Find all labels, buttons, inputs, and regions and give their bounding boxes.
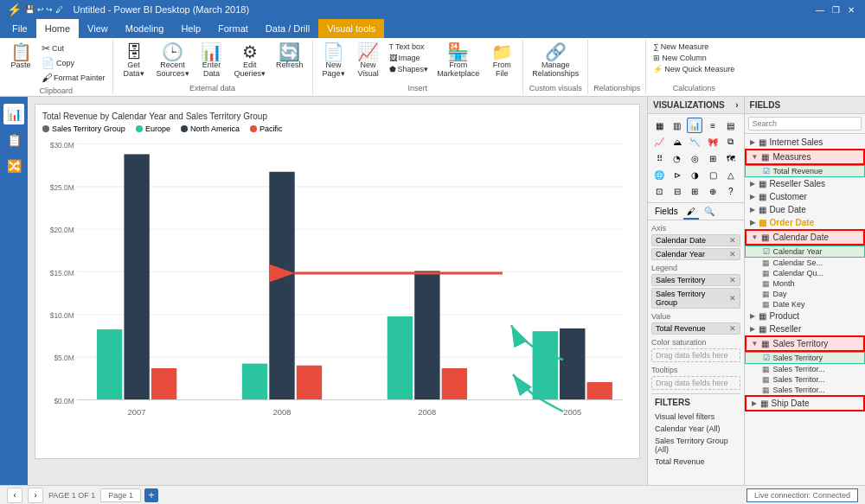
viz-clustered-bar[interactable]: ≡ [705,118,721,133]
field-group-measures-header[interactable]: ▼ ▦ Measures [745,149,865,165]
viz-100pct-stacked[interactable]: ▤ [723,118,739,133]
viz-legend-chip-group[interactable]: Sales Territory Group ✕ [651,288,740,309]
viz-legend-group-remove[interactable]: ✕ [729,294,736,303]
viz-pie[interactable]: ◔ [670,150,685,166]
viz-tab-analytics[interactable]: 🔍 [701,205,718,220]
new-measure-button[interactable]: ∑ New Measure [651,41,736,52]
field-group-order-date-header[interactable]: ▶ ▦ Order Date [745,216,865,229]
field-group-internet-sales-header[interactable]: ▶ ▦ Internet Sales [745,136,865,149]
field-item-calendar-se[interactable]: ▦ Calendar Se... [745,258,865,268]
viz-combo[interactable]: 📉 [687,134,702,150]
filter-sales-territory[interactable]: Sales Territory Group (All) [655,435,737,456]
sidebar-report-icon[interactable]: 📊 [3,104,24,124]
viz-tab-fields[interactable]: Fields [651,205,682,220]
maximize-button[interactable]: ❐ [829,3,843,16]
tab-file[interactable]: File [3,19,36,38]
viz-donut[interactable]: ◎ [687,150,702,166]
field-group-calendar-date-header[interactable]: ▼ ▦ Calendar Date [745,229,865,246]
field-group-reseller-header[interactable]: ▶ ▦ Reseller [745,322,865,335]
tab-modeling[interactable]: Modeling [117,19,173,38]
field-item-date-key[interactable]: ▦ Date Key [745,299,865,309]
page-nav-right[interactable]: › [28,488,43,503]
viz-matrix[interactable]: ⊞ [687,183,702,199]
new-visual-button[interactable]: 📈 NewVisual [353,41,384,80]
field-item-sales-territor-3[interactable]: ▦ Sales Territor... [745,385,865,395]
sidebar-data-icon[interactable]: 📋 [3,130,24,150]
tab-format[interactable]: Format [209,19,257,38]
edit-queries-button[interactable]: ⚙ EditQueries▾ [231,41,270,80]
filter-visual-level[interactable]: Visual level filters [655,411,737,423]
tab-view[interactable]: View [79,19,117,38]
viz-waterfall[interactable]: ⧉ [723,134,739,150]
viz-qna[interactable]: ? [723,183,739,199]
new-column-button[interactable]: ⊞ New Column [651,53,736,63]
viz-color-sat-drop[interactable]: Drag data fields here [651,348,740,362]
close-button[interactable]: ✕ [844,3,858,16]
viz-line[interactable]: 📈 [651,134,667,150]
add-page-button[interactable]: + [144,488,158,502]
viz-table[interactable]: ⊟ [670,183,685,199]
viz-stacked-col[interactable]: ▥ [670,118,685,133]
enter-data-button[interactable]: 📊 EnterData [196,41,227,80]
tab-data-drill[interactable]: Data / Drill [257,19,318,38]
field-item-sales-territor-2[interactable]: ▦ Sales Territor... [745,374,865,385]
field-item-sales-territor-1[interactable]: ▦ Sales Territor... [745,364,865,374]
viz-funnel[interactable]: ⊳ [670,167,685,182]
field-item-calendar-qu[interactable]: ▦ Calendar Qu... [745,268,865,278]
field-item-sales-territory-checked[interactable]: ☑ Sales Territory [745,352,865,364]
viz-clustered-col[interactable]: 📊 [687,118,702,133]
viz-filled-map[interactable]: 🌐 [651,167,667,182]
field-item-month[interactable]: ▦ Month [745,278,865,289]
viz-kpi[interactable]: △ [723,167,739,182]
viz-treemap[interactable]: ⊞ [705,150,721,166]
field-group-customer-header[interactable]: ▶ ▦ Customer [745,190,865,203]
viz-area[interactable]: ⛰ [670,134,685,150]
viz-ribbon[interactable]: 🎀 [705,134,721,150]
filter-calendar-year[interactable]: Calendar Year (All) [655,423,737,435]
from-file-button[interactable]: 📁 FromFile [486,41,517,80]
viz-value-chip-revenue[interactable]: Total Revenue ✕ [651,322,740,335]
viz-map[interactable]: 🗺 [723,150,739,166]
field-group-sales-territory-header[interactable]: ▼ ▦ Sales Territory [745,335,865,352]
page-nav-left[interactable]: ‹ [7,488,22,503]
viz-axis-chip-date[interactable]: Calendar Date ✕ [651,234,740,246]
text-box-button[interactable]: T Text box [388,41,431,52]
image-button[interactable]: 🖼 Image [388,53,431,63]
format-painter-button[interactable]: 🖌 Format Painter [40,71,107,85]
recent-sources-button[interactable]: 🕒 RecentSources▾ [153,41,193,80]
fields-search-input[interactable] [748,117,862,131]
viz-axis-year-remove[interactable]: ✕ [729,250,736,258]
tab-visual-tools[interactable]: Visual tools [318,19,384,38]
viz-scatter[interactable]: ⠿ [651,150,667,166]
viz-value-revenue-remove[interactable]: ✕ [729,324,736,333]
page-tab-1[interactable]: Page 1 [100,488,141,502]
viz-axis-chip-year[interactable]: Calendar Year ✕ [651,248,740,260]
viz-gauge[interactable]: ◑ [687,167,702,182]
field-group-reseller-sales-header[interactable]: ▶ ▦ Reseller Sales [745,177,865,190]
copy-button[interactable]: 📄 Copy [40,56,107,70]
cut-button[interactable]: ✂ Cut [40,41,107,55]
field-group-product-header[interactable]: ▶ ▦ Product [745,309,865,322]
shapes-button[interactable]: ⬟ Shapes▾ [388,64,431,74]
viz-card[interactable]: ▢ [705,167,721,182]
field-group-ship-date-header[interactable]: ▶ ▦ Ship Date [745,395,865,411]
field-group-due-date-header[interactable]: ▶ ▦ Due Date [745,203,865,216]
field-item-total-revenue[interactable]: ☑ Total Revenue [745,165,865,177]
new-page-button[interactable]: 📄 NewPage▾ [318,41,349,80]
viz-slicer[interactable]: ⊡ [651,183,667,199]
viz-rnail[interactable]: ⊕ [705,183,721,199]
viz-legend-territory-remove[interactable]: ✕ [729,276,736,284]
field-item-calendar-year[interactable]: ☑ Calendar Year [745,246,865,258]
chart-container[interactable]: Total Revenue by Calendar Year and Sales… [35,104,640,459]
viz-stacked-bar[interactable]: ▦ [651,118,667,133]
from-marketplace-button[interactable]: 🏪 FromMarketplace [433,41,483,80]
sidebar-model-icon[interactable]: 🔀 [3,156,24,176]
get-data-button[interactable]: 🗄 GetData▾ [119,41,150,80]
viz-legend-chip-territory[interactable]: Sales Territory ✕ [651,274,740,286]
minimize-button[interactable]: — [813,3,827,16]
filter-total-revenue[interactable]: Total Revenue [655,456,737,468]
new-quick-measure-button[interactable]: ⚡ New Quick Measure [651,64,736,74]
viz-tooltips-drop[interactable]: Drag data fields here [651,376,740,390]
paste-button[interactable]: 📋 Paste [5,41,36,71]
tab-home[interactable]: Home [36,19,79,38]
